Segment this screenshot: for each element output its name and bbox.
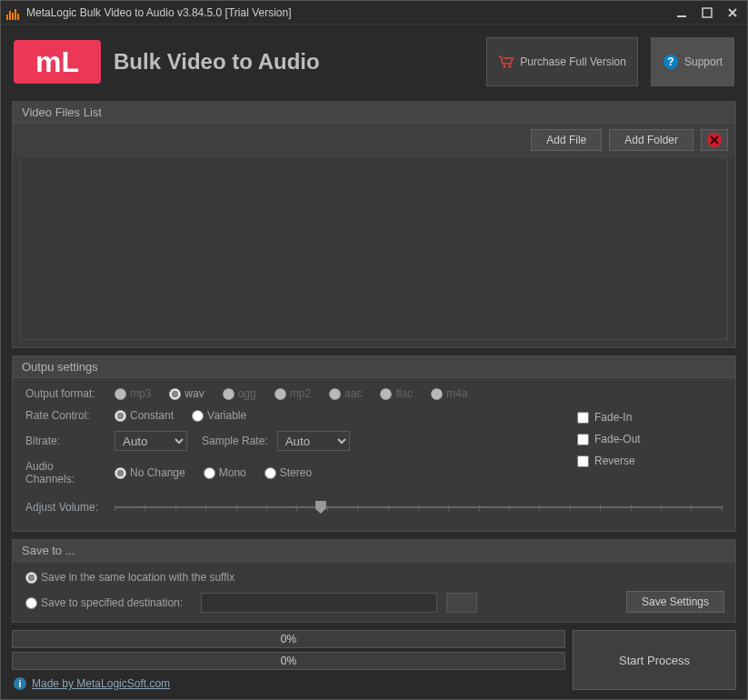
cart-icon bbox=[498, 55, 514, 69]
format-aac: aac bbox=[329, 387, 362, 400]
support-button[interactable]: ? Support bbox=[651, 37, 734, 86]
fade-out-check[interactable]: Fade-Out bbox=[577, 433, 723, 445]
app-name: Bulk Video to Audio bbox=[114, 49, 474, 75]
browse-button[interactable] bbox=[446, 593, 477, 613]
channels-stereo[interactable]: Stereo bbox=[264, 466, 312, 479]
purchase-button[interactable]: Purchase Full Version bbox=[486, 37, 638, 86]
sample-rate-label: Sample Rate: bbox=[202, 435, 268, 447]
rate-constant[interactable]: Constant bbox=[115, 409, 174, 422]
bitrate-label: Bitrate: bbox=[25, 435, 105, 447]
question-icon: ? bbox=[663, 54, 679, 70]
format-m4a: m4a bbox=[431, 387, 467, 400]
adjust-volume-label: Adjust Volume: bbox=[25, 501, 105, 514]
save-settings-button[interactable]: Save Settings bbox=[626, 591, 724, 613]
purchase-label: Purchase Full Version bbox=[520, 55, 626, 68]
made-by-link[interactable]: Made by MetaLogicSoft.com bbox=[32, 677, 170, 690]
svg-rect-1 bbox=[703, 8, 712, 17]
window-title: MetaLogic Bulk Video to Audio v3.84.5.0 … bbox=[26, 6, 673, 19]
minimize-button[interactable] bbox=[673, 5, 691, 20]
remove-button[interactable] bbox=[701, 129, 728, 151]
fade-in-check[interactable]: Fade-In bbox=[577, 411, 723, 424]
files-panel: Video Files List Add File Add Folder bbox=[12, 101, 736, 348]
format-ogg: ogg bbox=[223, 387, 256, 400]
app-icon bbox=[6, 5, 21, 20]
channels-label: Audio Channels: bbox=[25, 460, 105, 485]
save-to-title: Save to ... bbox=[13, 540, 735, 562]
progress-bar-2: 0% bbox=[12, 652, 565, 670]
remove-icon bbox=[706, 132, 723, 148]
svg-rect-0 bbox=[677, 15, 686, 17]
channels-nochange[interactable]: No Change bbox=[115, 466, 185, 479]
files-panel-title: Video Files List bbox=[13, 102, 735, 124]
titlebar[interactable]: MetaLogic Bulk Video to Audio v3.84.5.0 … bbox=[1, 1, 747, 25]
save-to-panel: Save to ... Save in the same location wi… bbox=[12, 539, 736, 623]
support-label: Support bbox=[684, 55, 723, 68]
svg-point-4 bbox=[504, 65, 506, 68]
bitrate-select[interactable]: Auto bbox=[115, 431, 187, 451]
format-mp3: mp3 bbox=[115, 387, 151, 400]
save-same-location[interactable]: Save in the same location with the suffi… bbox=[25, 571, 713, 584]
format-flac: flac bbox=[380, 387, 413, 400]
maximize-button[interactable] bbox=[698, 5, 716, 20]
close-button[interactable] bbox=[723, 5, 742, 20]
files-list[interactable] bbox=[20, 156, 728, 340]
channels-mono[interactable]: Mono bbox=[204, 466, 246, 479]
start-process-button[interactable]: Start Process bbox=[573, 630, 736, 690]
svg-text:?: ? bbox=[667, 55, 673, 68]
progress-bar-1: 0% bbox=[12, 630, 565, 648]
output-settings-panel: Outpu settings Output format: mp3 wav og… bbox=[12, 355, 736, 532]
header: mL Bulk Video to Audio Purchase Full Ver… bbox=[12, 34, 736, 94]
format-mp2: mp2 bbox=[274, 387, 311, 400]
sample-rate-select[interactable]: Auto bbox=[277, 431, 350, 451]
add-folder-button[interactable]: Add Folder bbox=[609, 129, 693, 151]
volume-slider[interactable] bbox=[115, 496, 723, 518]
destination-input[interactable] bbox=[201, 593, 437, 613]
rate-variable[interactable]: Variable bbox=[192, 409, 246, 422]
reverse-check[interactable]: Reverse bbox=[577, 455, 723, 467]
app-window: MetaLogic Bulk Video to Audio v3.84.5.0 … bbox=[0, 0, 748, 700]
output-settings-title: Outpu settings bbox=[13, 356, 735, 378]
info-icon: i bbox=[14, 677, 26, 690]
format-wav[interactable]: wav bbox=[169, 387, 204, 400]
logo: mL bbox=[14, 40, 101, 84]
output-format-label: Output format: bbox=[25, 387, 105, 400]
svg-point-5 bbox=[509, 65, 512, 68]
rate-control-label: Rate Control: bbox=[25, 409, 105, 422]
add-file-button[interactable]: Add File bbox=[531, 129, 602, 151]
save-specified[interactable]: Save to specified destination: bbox=[25, 596, 183, 609]
